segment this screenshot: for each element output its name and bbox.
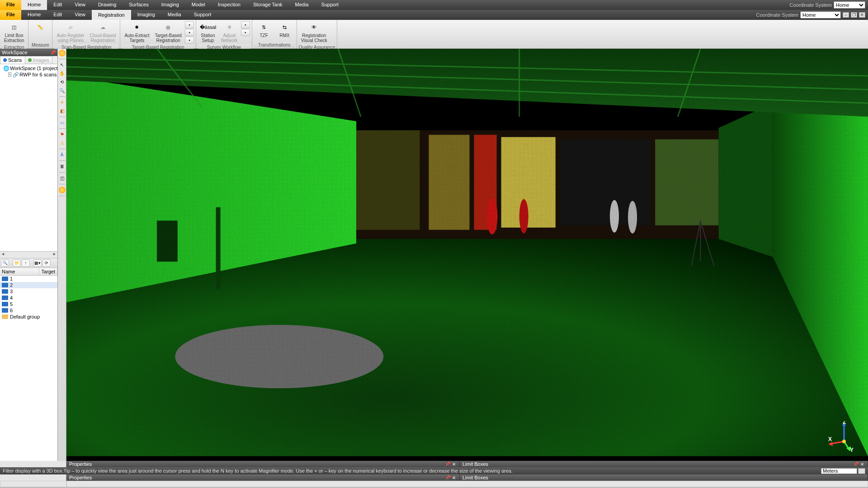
tool-text[interactable]: A bbox=[59, 151, 66, 158]
tool-layers[interactable]: ≣ bbox=[59, 163, 66, 170]
ribbon-target-based-registration[interactable]: ◎Target-BasedRegistration bbox=[152, 20, 184, 44]
ribbon-edit[interactable]: Edit bbox=[47, 10, 68, 20]
close-icon[interactable]: ✕ bbox=[451, 475, 457, 480]
expand-icon[interactable]: + bbox=[8, 72, 11, 77]
ribbon-rmx[interactable]: ⇆RMX bbox=[275, 20, 295, 39]
refresh-button[interactable]: ⟳ bbox=[42, 259, 51, 267]
pin-icon[interactable]: 📌 bbox=[853, 462, 859, 466]
menu-storage-tank[interactable]: Storage Tank bbox=[247, 0, 289, 10]
menu-media[interactable]: Media bbox=[289, 0, 315, 10]
close-icon[interactable]: ✕ bbox=[451, 462, 457, 467]
status-end-button[interactable] bbox=[858, 468, 865, 474]
col-target[interactable]: Target bbox=[39, 268, 57, 275]
list-item[interactable]: 2 bbox=[0, 282, 57, 288]
tool-color[interactable]: ◧ bbox=[59, 108, 66, 114]
ribbon-small-button[interactable]: ▪ bbox=[185, 29, 194, 36]
properties-panel-header-2[interactable]: Properties📌✕ bbox=[66, 474, 460, 481]
window-minimize-button[interactable]: – bbox=[843, 12, 849, 18]
tab-images[interactable]: Images bbox=[25, 56, 52, 64]
cam-icon bbox=[2, 277, 8, 281]
ribbon-auto-extract-targets[interactable]: ✸Auto-ExtractTargets bbox=[122, 20, 151, 44]
close-icon[interactable]: ✕ bbox=[859, 462, 865, 467]
pin-icon[interactable]: 📌 bbox=[50, 50, 56, 55]
col-name[interactable]: Name bbox=[0, 268, 39, 275]
tab-scans[interactable]: Scans bbox=[0, 56, 25, 64]
ribbon-adjust-network: ✲AdjustNetwork bbox=[219, 20, 240, 44]
ribbon-imaging[interactable]: Imaging bbox=[131, 10, 161, 20]
tool-warning[interactable]: ⚠ bbox=[59, 140, 66, 146]
list-item[interactable]: 6 bbox=[0, 307, 57, 314]
menu-edit[interactable]: Edit bbox=[47, 0, 68, 10]
ribbon-[interactable]: 📏 bbox=[30, 20, 50, 34]
ribbon-media[interactable]: Media bbox=[161, 10, 188, 20]
tree-node[interactable]: +🔗RWP for 6 scans bbox=[1, 71, 57, 78]
menu-home[interactable]: Home bbox=[21, 0, 47, 10]
pin-icon[interactable]: 📌 bbox=[444, 462, 451, 466]
filter-button[interactable]: 🔍 bbox=[1, 259, 9, 267]
coord-system-select[interactable]: Home bbox=[800, 11, 841, 19]
menu-imaging[interactable]: Imaging bbox=[155, 0, 185, 10]
cam-icon bbox=[2, 308, 8, 313]
ribbon-small-button[interactable]: ▪ bbox=[241, 21, 250, 28]
ribbon-file[interactable]: File bbox=[0, 10, 21, 20]
project-tree[interactable]: 🌐WorkSpace (1 project)+🔗RWP for 6 scans bbox=[0, 64, 57, 251]
list-item[interactable]: 5 bbox=[0, 301, 57, 307]
menu-drawing[interactable]: Drawing bbox=[92, 0, 123, 10]
limitboxes-panel-header-2[interactable]: Limit Boxes bbox=[460, 474, 868, 481]
window-close-button[interactable]: ✕ bbox=[859, 12, 865, 18]
tzf-icon: ⇅ bbox=[259, 22, 269, 33]
tree-node[interactable]: 🌐WorkSpace (1 project) bbox=[1, 65, 57, 71]
units-select[interactable]: Meters bbox=[821, 468, 857, 474]
viewport-3d[interactable]: Z X Y bbox=[66, 49, 868, 461]
tool-screen[interactable]: ▭ bbox=[59, 119, 66, 126]
menu-surfaces[interactable]: Surfaces bbox=[123, 0, 155, 10]
menu-view[interactable]: View bbox=[68, 0, 92, 10]
list-header: Name Target bbox=[0, 268, 57, 276]
coord-system-label: Coordinate System bbox=[789, 2, 832, 8]
tool-sphere[interactable] bbox=[59, 187, 66, 193]
list-item[interactable]: 4 bbox=[0, 295, 57, 301]
folder-button[interactable]: 📁 bbox=[13, 259, 21, 267]
menu-support[interactable]: Support bbox=[315, 0, 345, 10]
list-item[interactable]: 3 bbox=[0, 288, 57, 295]
ribbon-small-button[interactable]: ▪ bbox=[185, 21, 194, 28]
limitboxes-panel-header[interactable]: Limit Boxes📌✕ bbox=[460, 461, 868, 467]
tool-3d[interactable]: ◫ bbox=[59, 175, 66, 182]
coord-system-select-top[interactable]: Home bbox=[834, 1, 865, 9]
ribbon-small-button[interactable]: ▪ bbox=[185, 37, 194, 44]
list-item[interactable]: 1 bbox=[0, 276, 57, 282]
scan-list[interactable]: 123456Default group bbox=[0, 276, 57, 461]
up-button[interactable]: ↑ bbox=[22, 259, 30, 267]
ribbon-registration[interactable]: Registration bbox=[92, 10, 131, 20]
window-restore-button[interactable]: ❐ bbox=[851, 12, 857, 18]
ribbon-group-label: Measure bbox=[30, 42, 50, 48]
properties-panel-header[interactable]: Properties📌✕ bbox=[66, 461, 460, 467]
svg-rect-30 bbox=[66, 49, 868, 456]
ribbon-support[interactable]: Support bbox=[188, 10, 218, 20]
tool-highlight[interactable] bbox=[59, 50, 66, 56]
tool-flag[interactable]: ⚑ bbox=[59, 131, 66, 138]
ribbon-limit-box-extraction[interactable]: ◫Limit BoxExtraction bbox=[2, 20, 26, 44]
ribbon-registration-visual-check[interactable]: 👁RegistrationVisual Check bbox=[299, 20, 330, 44]
pin-icon[interactable]: 📌 bbox=[444, 475, 451, 480]
ribbon-station-setup[interactable]: �ássalStationSetup bbox=[198, 20, 218, 44]
ribbon-tzf[interactable]: ⇅TZF bbox=[254, 20, 274, 39]
view-mode-button[interactable]: ▦▾ bbox=[33, 259, 42, 267]
tool-zoom[interactable]: 🔍 bbox=[59, 87, 66, 94]
net-icon: ✲ bbox=[224, 22, 235, 33]
tool-sun[interactable]: ☀ bbox=[59, 99, 66, 106]
ribbon-home[interactable]: Home bbox=[21, 10, 47, 20]
tool-pan[interactable]: ✋ bbox=[59, 70, 66, 77]
tool-rotate[interactable]: ⟲ bbox=[59, 79, 66, 85]
ribbon-small-button[interactable]: ▪ bbox=[241, 29, 250, 36]
menu-file[interactable]: File bbox=[0, 0, 21, 10]
menu-model[interactable]: Model bbox=[185, 0, 212, 10]
dot-icon bbox=[28, 58, 32, 62]
tree-h-scrollbar[interactable] bbox=[0, 251, 57, 258]
list-item[interactable]: Default group bbox=[0, 314, 57, 320]
tool-cursor[interactable]: ↖ bbox=[59, 61, 66, 68]
left-h-scrollbar[interactable] bbox=[0, 481, 66, 487]
ribbon-view[interactable]: View bbox=[68, 10, 92, 20]
menu-inspection[interactable]: Inspection bbox=[212, 0, 247, 10]
coord-system-label-2: Coordinate System bbox=[756, 12, 798, 18]
